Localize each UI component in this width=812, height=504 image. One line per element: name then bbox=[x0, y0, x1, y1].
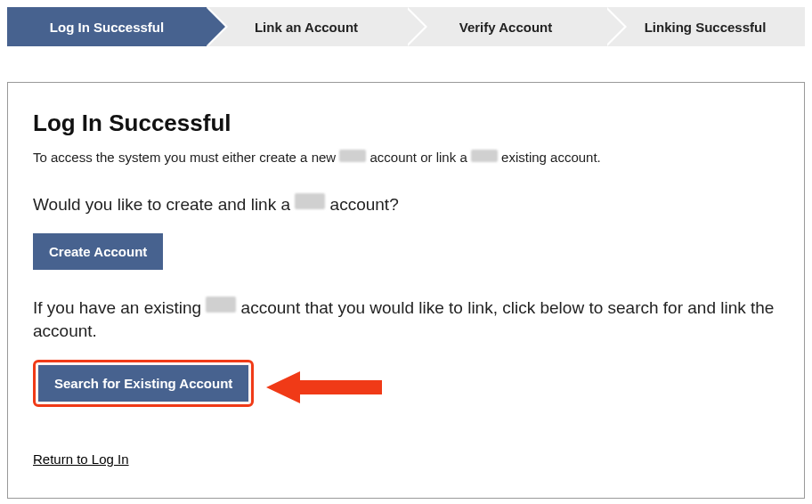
create-prompt: Would you like to create and link a ████… bbox=[33, 193, 779, 217]
step-label: Linking Successful bbox=[645, 20, 767, 35]
progress-stepper: Log In Successful Link an Account Verify… bbox=[7, 7, 805, 46]
create-account-button[interactable]: Create Account bbox=[33, 233, 163, 270]
svg-marker-0 bbox=[266, 371, 382, 403]
intro-text: To access the system you must either cre… bbox=[33, 150, 779, 165]
step-label: Verify Account bbox=[459, 20, 552, 35]
page-title: Log In Successful bbox=[33, 110, 779, 137]
create-prompt-part1: Would you like to create and link a bbox=[33, 195, 295, 214]
annotation-highlight-box: Search for Existing Account bbox=[33, 360, 254, 407]
step-link-account: Link an Account bbox=[207, 7, 406, 46]
redacted-text: ████ bbox=[295, 193, 325, 209]
step-verify-account: Verify Account bbox=[406, 7, 605, 46]
step-linking-successful: Linking Successful bbox=[605, 7, 805, 46]
redacted-text: ████ bbox=[339, 150, 366, 162]
step-label: Link an Account bbox=[255, 20, 358, 35]
redacted-text: ████ bbox=[471, 150, 498, 162]
intro-part3: existing account. bbox=[498, 150, 601, 165]
step-label: Log In Successful bbox=[50, 20, 164, 35]
existing-prompt-part1: If you have an existing bbox=[33, 298, 206, 317]
redacted-text: ████ bbox=[206, 297, 236, 313]
existing-prompt: If you have an existing ████ account tha… bbox=[33, 297, 779, 344]
return-to-login-link[interactable]: Return to Log In bbox=[33, 451, 129, 467]
intro-part2: account or link a bbox=[366, 150, 471, 165]
search-existing-account-button[interactable]: Search for Existing Account bbox=[38, 365, 248, 402]
highlighted-row: Search for Existing Account bbox=[33, 360, 779, 416]
annotation-arrow-icon bbox=[266, 368, 382, 407]
intro-part1: To access the system you must either cre… bbox=[33, 150, 339, 165]
step-login-successful: Log In Successful bbox=[7, 7, 207, 46]
main-panel: Log In Successful To access the system y… bbox=[7, 82, 805, 499]
